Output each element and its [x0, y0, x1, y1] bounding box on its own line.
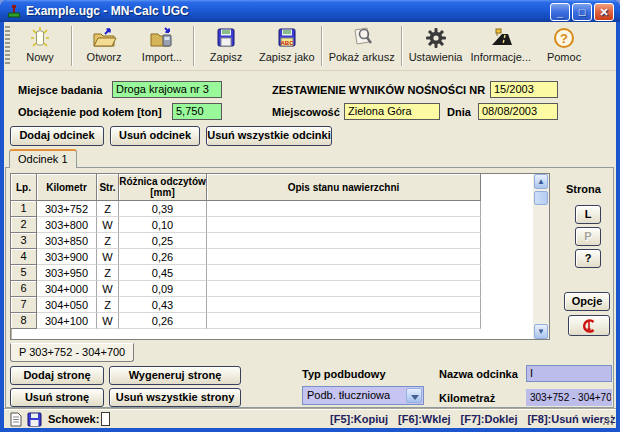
cell-str[interactable]: Z	[97, 233, 119, 249]
cell-roznica[interactable]: 0,43	[119, 297, 207, 313]
opcje-button[interactable]: Opcje	[564, 292, 610, 311]
strona-unknown-button[interactable]: ?	[575, 249, 601, 268]
toolbar-show-sheet-button[interactable]: Pokaż arkusz	[325, 22, 399, 70]
nazwa-odcinka-input[interactable]: I	[526, 365, 612, 382]
miejsce-badania-input[interactable]: Droga krajowa nr 3	[112, 81, 222, 98]
scrollbar-thumb[interactable]	[534, 191, 548, 205]
cell-opis[interactable]	[207, 313, 481, 329]
cell-str[interactable]: Z	[97, 297, 119, 313]
table-row[interactable]: 4303+900W0,26	[11, 249, 533, 265]
cell-kilometr[interactable]: 304+000	[37, 281, 97, 297]
col-header-lp[interactable]: Lp.	[11, 174, 37, 201]
usun-strone-button[interactable]: Usuń stronę	[10, 388, 104, 407]
cell-str[interactable]: W	[97, 217, 119, 233]
close-button[interactable]: ✕	[594, 3, 614, 21]
wygeneruj-strone-button[interactable]: Wygeneruj stronę	[109, 366, 241, 385]
minimize-button[interactable]: _	[550, 3, 570, 21]
cell-kilometr[interactable]: 303+950	[37, 265, 97, 281]
miejscowosc-input[interactable]: Zielona Góra	[344, 103, 440, 120]
toolbar-save-button[interactable]: Zapisz	[197, 22, 255, 70]
cell-roznica[interactable]: 0,26	[119, 313, 207, 329]
typ-podbudowy-value: Podb. tłuczniowa	[307, 389, 390, 401]
toolbar-import-button[interactable]: Import...	[133, 22, 191, 70]
resize-grip[interactable]	[602, 414, 614, 426]
dodaj-strone-button[interactable]: Dodaj stronę	[10, 366, 104, 385]
svg-text:?: ?	[560, 31, 568, 46]
cell-opis[interactable]	[207, 249, 481, 265]
cell-opis[interactable]	[207, 201, 481, 217]
zestawienie-nr-input[interactable]: 15/2003	[490, 81, 558, 98]
toolbar-open-button[interactable]: Otworz	[75, 22, 133, 70]
cell-opis[interactable]	[207, 297, 481, 313]
table-row[interactable]: 2303+800W0,10	[11, 217, 533, 233]
toolbar-label: Nowy	[26, 51, 54, 63]
table-row[interactable]: 7304+050Z0,43	[11, 297, 533, 313]
cell-str[interactable]: W	[97, 281, 119, 297]
cell-str[interactable]: W	[97, 313, 119, 329]
toolbar-new-button[interactable]: Nowy	[11, 22, 69, 70]
table-row[interactable]: 3303+850Z0,25	[11, 233, 533, 249]
vertical-scrollbar[interactable]: ▲ ▼	[533, 174, 549, 339]
strona-l-button[interactable]: L	[575, 205, 601, 224]
toolbar-save-as-button[interactable]: ABC Zapisz jako	[255, 22, 319, 70]
cell-roznica[interactable]: 0,10	[119, 217, 207, 233]
typ-podbudowy-select[interactable]: Podb. tłuczniowa	[302, 386, 424, 405]
cell-roznica[interactable]: 0,45	[119, 265, 207, 281]
cell-roznica[interactable]: 0,26	[119, 249, 207, 265]
cell-str[interactable]: Z	[97, 201, 119, 217]
col-header-str[interactable]: Str.	[97, 174, 119, 201]
usun-wszystkie-odcinki-button[interactable]: Usuń wszystkie odcinki	[206, 126, 332, 146]
table-row[interactable]: 5303+950Z0,45	[11, 265, 533, 281]
toolbar-help-button[interactable]: ? Pomoc	[535, 22, 593, 70]
usun-wszystkie-strony-button[interactable]: Usuń wszystkie strony	[109, 388, 241, 407]
scroll-down-icon[interactable]: ▼	[534, 324, 548, 339]
page-tab[interactable]: P 303+752 - 304+700	[10, 343, 134, 362]
toolbar-settings-button[interactable]: Ustawienia	[405, 22, 467, 70]
cell-opis[interactable]	[207, 233, 481, 249]
col-header-roznica[interactable]: Różnica odczytów [mm]	[119, 174, 207, 201]
toolbar-grip[interactable]	[5, 26, 10, 66]
cell-blank	[481, 217, 533, 233]
dodaj-odcinek-button[interactable]: Dodaj odcinek	[10, 126, 104, 146]
cell-kilometr[interactable]: 304+100	[37, 313, 97, 329]
cell-kilometr[interactable]: 303+752	[37, 201, 97, 217]
col-header-kilometr[interactable]: Kilometr	[37, 174, 97, 201]
cell-roznica[interactable]: 0,25	[119, 233, 207, 249]
cell-roznica[interactable]: 0,39	[119, 201, 207, 217]
cell-lp: 5	[11, 265, 37, 281]
col-header-opis[interactable]: Opis stanu nawierzchni	[207, 174, 481, 201]
cell-kilometr[interactable]: 303+900	[37, 249, 97, 265]
recalculate-button[interactable]	[568, 315, 610, 336]
cell-kilometr[interactable]: 303+850	[37, 233, 97, 249]
cell-str[interactable]: Z	[97, 265, 119, 281]
strona-p-button[interactable]: P	[575, 227, 601, 246]
table-row[interactable]: 1303+752Z0,39	[11, 201, 533, 217]
help-icon: ?	[552, 25, 576, 51]
miejscowosc-label: Miejscowość	[272, 106, 340, 118]
toolbar-info-button[interactable]: Informacje...	[466, 22, 535, 70]
toolbar-separator	[321, 26, 323, 66]
cell-blank	[481, 249, 533, 265]
cell-opis[interactable]	[207, 265, 481, 281]
usun-odcinek-button[interactable]: Usuń odcinek	[110, 126, 200, 146]
scroll-up-icon[interactable]: ▲	[534, 174, 548, 189]
kilometraz-value: 303+752 - 304+700	[526, 389, 612, 406]
table-header-row: Lp. Kilometr Str. Różnica odczytów [mm] …	[11, 174, 533, 201]
toolbar-separator	[71, 26, 73, 66]
cell-lp: 3	[11, 233, 37, 249]
dnia-input[interactable]: 08/08/2003	[478, 103, 558, 120]
obciazenie-input[interactable]: 5,750	[172, 103, 222, 120]
cell-str[interactable]: W	[97, 249, 119, 265]
tab-odcinek-1[interactable]: Odcinek 1	[9, 149, 77, 168]
titlebar[interactable]: Example.ugc - MN-Calc UGC _ □ ✕	[0, 0, 620, 22]
cell-roznica[interactable]: 0,09	[119, 281, 207, 297]
cell-opis[interactable]	[207, 217, 481, 233]
cell-opis[interactable]	[207, 281, 481, 297]
cell-kilometr[interactable]: 304+050	[37, 297, 97, 313]
chevron-down-icon[interactable]	[406, 388, 422, 403]
typ-podbudowy-label: Typ podbudowy	[302, 368, 386, 380]
maximize-button[interactable]: □	[572, 3, 592, 21]
table-row[interactable]: 6304+000W0,09	[11, 281, 533, 297]
table-row[interactable]: 8304+100W0,26	[11, 313, 533, 329]
cell-kilometr[interactable]: 303+800	[37, 217, 97, 233]
